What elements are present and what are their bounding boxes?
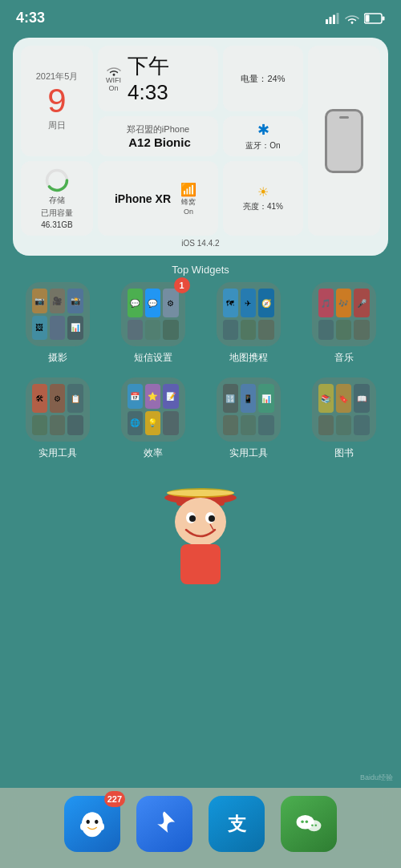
dock-qq-badge: 227: [104, 791, 125, 807]
widget-bluetooth-cell: ✱ 蓝牙：On: [223, 116, 303, 156]
svg-rect-5: [383, 16, 385, 20]
mini-app: 🔢: [223, 384, 238, 413]
folder-efficiency-label: 效率: [144, 446, 163, 460]
widget-iphone-model: iPhone XR: [115, 192, 171, 205]
mini-app: 📝: [163, 384, 178, 409]
luffy-svg: [152, 474, 249, 594]
mini-app: [50, 316, 65, 341]
mini-app: [258, 320, 273, 340]
svg-rect-2: [333, 14, 335, 24]
mini-app: 📖: [354, 384, 369, 413]
watermark: Baidu经验: [360, 773, 393, 783]
svg-point-18: [167, 490, 234, 496]
folder-tools2[interactable]: 🔢 📱 📊 实用工具: [204, 377, 293, 460]
dock-app-alipay[interactable]: 支: [209, 796, 265, 852]
folder-tools2-label: 实用工具: [229, 446, 268, 460]
dock-app-dingtalk[interactable]: [136, 796, 192, 852]
folder-maps-icon[interactable]: 🗺 ✈ 🧭: [217, 282, 281, 346]
folder-books[interactable]: 📚 🔖 📖 图书: [299, 377, 388, 460]
widget-grid: 2021年5月 9 周日 WIFI On 下午 4:33 电量：24%: [21, 46, 380, 236]
mini-app: 💡: [145, 411, 160, 436]
mini-app: [223, 415, 238, 435]
widget-iphone-model-cell: iPhone XR 📶 蜂窝 On: [98, 161, 218, 236]
mini-app: [67, 415, 83, 435]
app-grid-row2: 🛠 ⚙ 📋 实用工具 📅 ⭐ 📝 🌐 💡 效率 🔢 📱 📊: [0, 377, 401, 460]
widget-battery-cell: 电量：24%: [223, 46, 303, 111]
svg-rect-6: [366, 14, 370, 22]
folder-efficiency[interactable]: 📅 ⭐ 📝 🌐 💡 效率: [108, 377, 197, 460]
qq-icon: [75, 806, 110, 842]
mini-app: [128, 320, 143, 340]
folder-sms[interactable]: 1 💬 💬 ⚙ 短信设置: [108, 282, 197, 365]
folder-music[interactable]: 🎵 🎶 🎤 音乐: [299, 282, 388, 365]
mini-app: [336, 320, 351, 340]
mini-app: 📷: [32, 289, 47, 313]
mini-app: 🛠: [32, 384, 47, 413]
widget-model: A12 Bionic: [125, 135, 191, 149]
folder-tools2-icon[interactable]: 🔢 📱 📊: [217, 377, 281, 442]
mini-app: 📸: [67, 289, 83, 313]
widget-month: 2021年5月: [36, 71, 79, 83]
status-time: 4:33: [16, 10, 45, 26]
svg-point-24: [99, 823, 104, 830]
cellular-icon: 📶: [180, 182, 196, 197]
svg-rect-0: [326, 19, 328, 24]
mini-app: ⭐: [145, 384, 160, 409]
mini-app: 🔖: [336, 384, 351, 413]
mini-app: 🎤: [354, 289, 369, 317]
widget-cellular-cell: 📶 蜂窝 On: [176, 177, 201, 220]
folder-maps[interactable]: 🗺 ✈ 🧭 地图携程: [204, 282, 293, 365]
widget-time-cell: WIFI On 下午 4:33: [98, 46, 218, 111]
folder-music-label: 音乐: [334, 351, 354, 365]
widget-wifi-box: WIFI On: [106, 65, 121, 92]
mini-app: [241, 415, 256, 435]
widget-brightness-cell: ☀ 亮度：41%: [223, 161, 303, 236]
mini-app: [32, 415, 47, 435]
wechat-icon: [291, 806, 326, 842]
dock-app-qq[interactable]: 227: [64, 796, 120, 852]
mini-app: [258, 415, 273, 435]
app-grid-row1: 📷 🎥 📸 🖼 📊 摄影 1 💬 💬 ⚙ 短信设置 🗺 ✈ 🧭: [0, 282, 401, 365]
widget-date-cell: 2021年5月 9 周日: [21, 46, 93, 156]
battery-icon: [364, 13, 385, 24]
widget-storage-used-label: 已用容量: [41, 208, 73, 219]
widget-day: 9: [47, 83, 66, 119]
widget-battery-label: 电量：24%: [241, 73, 285, 85]
folder-photography[interactable]: 📷 🎥 📸 🖼 📊 摄影: [13, 282, 102, 365]
widget-storage-value: 46.31GB: [41, 220, 72, 229]
svg-point-30: [311, 824, 314, 826]
widget-wifi-label: WIFI: [106, 76, 121, 84]
svg-point-27: [307, 820, 322, 831]
widget-cellular-status: On: [184, 208, 193, 216]
svg-rect-3: [337, 13, 339, 24]
folder-books-icon[interactable]: 📚 🔖 📖: [312, 377, 376, 442]
widget-bluetooth-label: 蓝牙：On: [245, 140, 280, 151]
mini-app: [318, 415, 334, 435]
mini-app: [318, 320, 334, 340]
folder-books-label: 图书: [334, 446, 354, 460]
widget-storage-title: 存储: [49, 195, 65, 206]
folder-sms-icon[interactable]: 1 💬 💬 ⚙: [121, 282, 185, 346]
svg-text:支: 支: [227, 813, 247, 834]
folder-photography-label: 摄影: [48, 351, 67, 365]
folder-photography-icon[interactable]: 📷 🎥 📸 🖼 📊: [26, 282, 90, 346]
mini-app: ✈: [241, 289, 256, 317]
svg-point-28: [301, 821, 304, 824]
mini-app: 🖼: [32, 316, 47, 341]
mini-app: 📅: [128, 384, 143, 409]
mini-app: ⚙: [163, 289, 178, 317]
mini-app: 🎶: [336, 289, 351, 317]
svg-point-31: [314, 824, 317, 826]
mini-app: 🎥: [50, 289, 65, 313]
folder-efficiency-icon[interactable]: 📅 ⭐ 📝 🌐 💡: [121, 377, 185, 442]
dock-app-wechat[interactable]: [281, 796, 337, 852]
mini-app: [145, 320, 160, 340]
folder-tools1[interactable]: 🛠 ⚙ 📋 实用工具: [13, 377, 102, 460]
top-widgets-label: Top Widgets: [0, 264, 401, 276]
brightness-icon: ☀: [257, 184, 269, 200]
folder-sms-badge: 1: [174, 277, 190, 293]
bluetooth-icon: ✱: [257, 121, 269, 139]
folder-tools1-icon[interactable]: 🛠 ⚙ 📋: [26, 377, 90, 442]
mini-app: [354, 320, 369, 340]
folder-music-icon[interactable]: 🎵 🎶 🎤: [312, 282, 376, 346]
